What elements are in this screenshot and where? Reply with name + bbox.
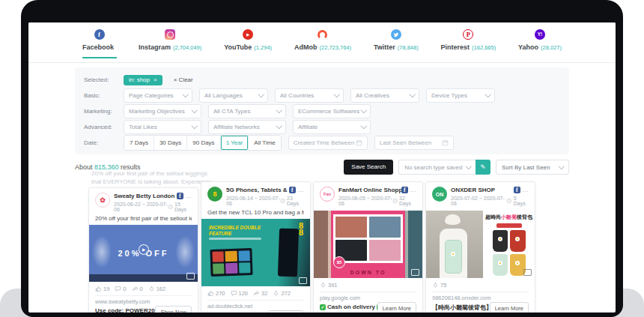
affiliate-networks-select[interactable]: Affiliate Networks [208,120,286,134]
ad-card: Fan FanMart Online Shopping - F... f... … [313,181,423,313]
cta-button[interactable]: Shop Now [267,310,304,313]
page-title[interactable]: FanMart Online Shopping - F... [338,187,401,193]
expand-icon[interactable] [299,277,307,284]
chevron-down-icon [409,91,415,97]
expand-icon[interactable] [186,273,195,280]
creative-text: 超時尚小雛菊後背包 [485,214,532,221]
facebook-badge-icon: f [401,187,408,193]
expand-icon[interactable] [523,269,532,276]
chevron-down-icon [191,107,197,113]
chip-close-icon[interactable]: × [154,76,157,83]
clear-filters-link[interactable]: × Clear [174,76,193,83]
daisy-icon [515,261,520,265]
date-range: 2020-07-02 ~ 2020-07-06 [451,196,506,206]
tab-youtube[interactable]: ▶ YouTube(1,294) [224,29,272,58]
device-types-select[interactable]: Device Types [426,88,495,103]
cta-button[interactable]: Learn More [490,302,529,313]
engagement-stats: 391 [320,278,416,292]
heat-icon [148,286,155,292]
ad-creative-image[interactable]: INCREDIBLE DOUBLEFEATURE 88 [201,219,310,286]
advanced-filter-row: Advanced: Total Likes Affiliate Networks… [84,119,560,135]
selected-filter-chip[interactable]: in: shop × [124,75,162,85]
chevron-down-icon [360,107,366,113]
heat-icon [320,282,326,289]
ad-headline: Use code: POWER20 [95,307,160,313]
tab-instagram[interactable]: Instagram(2,704,049) [139,29,201,58]
ad-creative-image[interactable]: DOWN TO $5 [314,211,422,278]
date-1-year-button[interactable]: 1 Year [221,136,249,150]
tab-admob[interactable]: AdMob(22,723,764) [294,29,351,58]
chevron-down-icon [484,91,490,97]
page-categories-select[interactable]: Page Categories [124,88,192,103]
admob-icon [318,29,328,40]
ad-creative-image[interactable]: 20% OFF ▶ [89,225,198,282]
created-time-between-input[interactable]: Created Time Between [288,136,368,150]
cta-button[interactable]: Learn More [377,302,416,313]
more-options-icon[interactable]: ... [298,189,304,192]
creative-text: DOWN TO [314,270,422,275]
edit-saved-search-button[interactable]: ✎ [476,160,490,175]
chevron-down-icon [333,91,339,97]
tab-pinterest[interactable]: P Pinterest(162,665) [441,29,496,58]
countries-select[interactable]: All Countries [275,88,344,103]
engagement-stats: 19 0 0 162 [95,282,192,296]
tv-graphic [210,248,252,277]
date-range: 2020-06-22 ~ 2020-07-06 [114,202,168,212]
creatives-select[interactable]: All Creatives [350,88,419,103]
date-90-days-button[interactable]: 90 Days [187,136,220,150]
tab-twitter[interactable]: Twitter(78,848) [374,29,419,58]
calendar-icon [356,139,362,146]
more-options-icon[interactable]: ... [523,189,529,192]
creative-text: INCREDIBLE DOUBLEFEATURE [209,225,272,237]
page-title[interactable]: ONXDER SHOP [451,187,495,193]
like-icon [207,290,214,297]
days-running: 15 Days [174,202,192,212]
avatar: ON [432,187,447,202]
more-options-icon[interactable]: ... [410,189,416,192]
twitter-icon [391,29,401,40]
chevron-down-icon [558,163,564,169]
ad-domain: ad.doubleclick.net [207,303,304,310]
engagement-stats: 270 120 32 272 [207,286,304,301]
date-30-days-button[interactable]: 30 Days [154,136,187,150]
page-title[interactable]: 5G Phones, Tablets & SIMs | ... [226,187,289,193]
save-search-button[interactable]: Save Search [344,160,393,175]
marketing-objectives-select[interactable]: Marketing Objectives [124,104,201,118]
chevron-down-icon [182,91,188,97]
sort-select[interactable]: Sort By Last Seen [496,160,569,175]
date-range: 2020-06-05 ~ 2020-07-06 [338,196,392,206]
ad-domain: 986208148.onxder.com [432,295,529,301]
date-all-time-button[interactable]: All Time [249,136,280,150]
date-7-days-button[interactable]: 7 Days [124,136,154,150]
daisy-icon [451,252,455,256]
ad-creative-image[interactable]: 超時尚小雛菊後背包 [426,211,535,278]
chevron-down-icon [258,91,264,97]
ad-headline: ✓Cash on delivery ✓Days fr... [320,304,384,310]
pinterest-icon: P [463,29,473,40]
daisy-icon [498,237,502,241]
facebook-badge-icon: f [177,193,183,199]
date-range-segment: 7 Days 30 Days 90 Days 1 Year All Time [124,135,282,151]
cta-types-select[interactable]: All CTA Types [208,104,286,118]
expand-icon[interactable] [411,269,419,276]
phone-graphic [278,229,299,277]
youtube-icon: ▶ [243,29,253,40]
affiliate-select[interactable]: Affiliate [293,120,371,134]
cta-button[interactable]: Shop Now [155,306,192,313]
play-icon[interactable]: ▶ [139,244,149,255]
yahoo-icon: Y! [535,29,545,40]
more-options-icon[interactable]: ... [186,195,192,198]
days-running: 32 Days [399,196,416,206]
tab-facebook[interactable]: f Facebook [82,29,116,58]
ad-body-text: Get the new TCL 10 Pro and bag a free TC… [207,209,304,216]
page-title[interactable]: Sweaty Betty London | Wom... [114,193,177,199]
tab-yahoo[interactable]: Y! Yahoo(28,027) [518,29,562,58]
ad-card: 8 5G Phones, Tablets & SIMs | ... f... 2… [201,181,311,313]
clock-icon [506,198,511,204]
saved-search-select[interactable]: No search type saved [398,160,476,175]
languages-select[interactable]: All Languages [199,88,268,103]
last-seen-between-input[interactable]: Last Seen Between [374,136,454,150]
heat-icon [432,282,439,289]
ecommerce-softwares-select[interactable]: ECommerce Softwares [293,104,371,118]
total-likes-select[interactable]: Total Likes [124,120,201,134]
